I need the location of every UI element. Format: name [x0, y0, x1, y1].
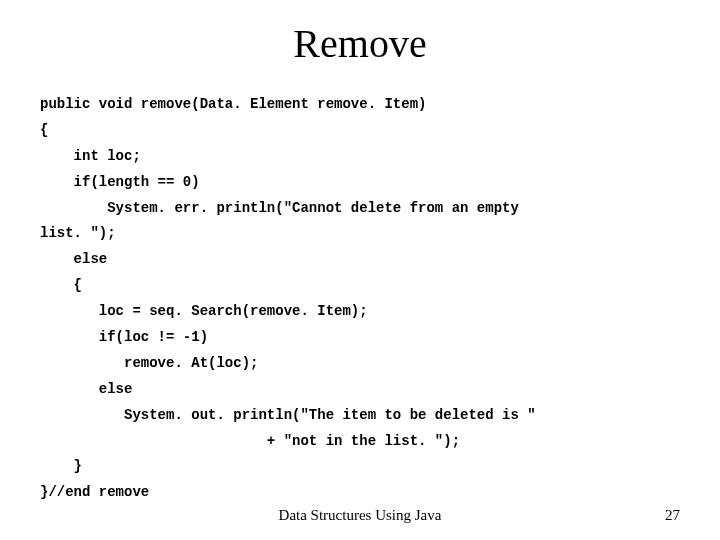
slide-title: Remove [40, 20, 680, 67]
code-line: } [40, 458, 82, 474]
code-line: System. out. println("The item to be del… [40, 407, 536, 423]
code-line: if(length == 0) [40, 174, 200, 190]
slide-container: Remove public void remove(Data. Element … [0, 0, 720, 540]
code-line: System. err. println("Cannot delete from… [40, 200, 519, 216]
code-line: int loc; [40, 148, 141, 164]
code-line: if(loc != -1) [40, 329, 208, 345]
code-line: { [40, 277, 82, 293]
footer: Data Structures Using Java [0, 507, 720, 524]
code-line: }//end remove [40, 484, 149, 500]
code-line: { [40, 122, 48, 138]
code-line: list. "); [40, 225, 116, 241]
code-line: + "not in the list. "); [40, 433, 460, 449]
code-line: else [40, 381, 132, 397]
code-line: remove. At(loc); [40, 355, 258, 371]
code-line: public void remove(Data. Element remove.… [40, 96, 426, 112]
code-line: else [40, 251, 107, 267]
footer-text: Data Structures Using Java [279, 507, 442, 524]
code-block: public void remove(Data. Element remove.… [40, 92, 680, 506]
page-number: 27 [665, 507, 680, 524]
code-line: loc = seq. Search(remove. Item); [40, 303, 368, 319]
